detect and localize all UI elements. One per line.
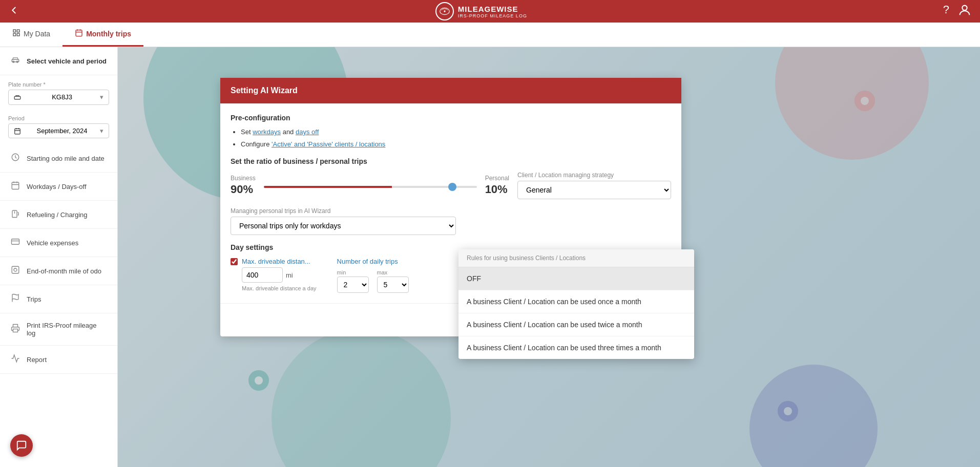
app-title: MILEAGEWISE bbox=[458, 5, 527, 13]
sidebar-item-print-log[interactable]: Print IRS-Proof mileage log bbox=[0, 313, 117, 346]
app-subtitle: IRS-PROOF MILEAGE LOG bbox=[458, 13, 527, 18]
business-value: 90% bbox=[231, 183, 256, 196]
refueling-label: Refueling / Charging bbox=[27, 211, 88, 219]
svg-rect-12 bbox=[15, 129, 20, 134]
user-icon[interactable] bbox=[957, 3, 972, 20]
trips-label: Trips bbox=[27, 295, 41, 303]
back-button[interactable] bbox=[8, 5, 19, 18]
trips-min-select[interactable]: 213 bbox=[337, 277, 369, 293]
daily-trips-wrap: Number of daily trips min 213 max 5346 bbox=[337, 258, 409, 293]
monthly-trips-icon bbox=[75, 29, 83, 39]
tab-monthly-trips-label: Monthly trips bbox=[86, 30, 131, 38]
trips-min-wrap: min 213 bbox=[337, 269, 369, 293]
header-actions: ? bbox=[943, 3, 972, 20]
sidebar-item-workdays[interactable]: Workdays / Days-off bbox=[0, 173, 117, 201]
starting-odo-label: Starting odo mile and date bbox=[27, 155, 105, 162]
help-icon[interactable]: ? bbox=[943, 3, 949, 20]
personal-label: Personal bbox=[485, 175, 509, 182]
logo-icon bbox=[435, 2, 454, 20]
svg-point-2 bbox=[962, 5, 967, 10]
period-chevron-icon: ▾ bbox=[100, 127, 103, 135]
sidebar-item-select-vehicle[interactable]: Select vehicle and period bbox=[0, 47, 117, 75]
client-strategy-select[interactable]: General bbox=[517, 181, 671, 199]
plate-select[interactable]: KG8J3 ▾ bbox=[8, 90, 109, 105]
chat-button[interactable] bbox=[10, 434, 33, 457]
business-ratio-wrap: Business 90% bbox=[231, 175, 256, 196]
dropdown-popup: Rules for using business Clients / Locat… bbox=[458, 249, 694, 359]
select-vehicle-label: Select vehicle and period bbox=[27, 57, 107, 65]
daysoff-link[interactable]: days off bbox=[296, 128, 319, 136]
sidebar-item-end-of-month[interactable]: End-of-month mile of odo bbox=[0, 257, 117, 285]
tab-monthly-trips[interactable]: Monthly trips bbox=[62, 23, 143, 47]
app-header: MILEAGEWISE IRS-PROOF MILEAGE LOG ? bbox=[0, 0, 980, 23]
ratio-slider-wrap bbox=[264, 181, 477, 190]
period-value: September, 2024 bbox=[36, 127, 87, 135]
max-dist-label[interactable]: Max. driveable distan... bbox=[242, 258, 310, 265]
svg-rect-3 bbox=[13, 30, 16, 32]
trips-max-wrap: max 5346 bbox=[377, 269, 409, 293]
ratio-row: Business 90% Personal 10% Client / Locat… bbox=[231, 172, 671, 199]
svg-point-1 bbox=[444, 10, 445, 12]
personal-ratio-wrap: Personal 10% bbox=[485, 175, 509, 196]
tab-my-data[interactable]: My Data bbox=[0, 23, 62, 47]
ratio-title: Set the ratio of business / personal tri… bbox=[231, 157, 671, 165]
print-icon bbox=[10, 324, 20, 335]
max-dist-checkbox[interactable] bbox=[231, 258, 238, 265]
plate-icon bbox=[14, 93, 24, 101]
dropdown-option-three[interactable]: A business Client / Location can be used… bbox=[458, 336, 694, 359]
wizard-title: Setting AI Wizard bbox=[231, 86, 298, 95]
trips-max-select[interactable]: 5346 bbox=[377, 277, 409, 293]
svg-rect-16 bbox=[12, 266, 19, 273]
svg-rect-14 bbox=[12, 182, 19, 189]
plate-label: Plate number * bbox=[8, 81, 109, 88]
dist-note: Max. driveable distance a day bbox=[242, 285, 317, 292]
sidebar-item-vehicle-expenses[interactable]: Vehicle expenses bbox=[0, 229, 117, 257]
dropdown-option-once[interactable]: A business Client / Location can be used… bbox=[458, 290, 694, 313]
sidebar-item-trips[interactable]: Trips bbox=[0, 285, 117, 313]
end-odo-icon bbox=[10, 265, 20, 277]
period-select[interactable]: September, 2024 ▾ bbox=[8, 123, 109, 139]
main-content: Setting AI Wizard Pre-configuration Set … bbox=[118, 47, 980, 467]
svg-rect-5 bbox=[13, 33, 16, 36]
preconfig-item-2: Configure 'Active' and 'Passive' clients… bbox=[241, 139, 671, 150]
daily-trips-row: min 213 max 5346 bbox=[337, 269, 409, 293]
dropdown-option-twice[interactable]: A business Client / Location can be used… bbox=[458, 313, 694, 336]
plate-chevron-icon: ▾ bbox=[100, 93, 103, 101]
header-logo: MILEAGEWISE IRS-PROOF MILEAGE LOG bbox=[435, 2, 527, 20]
svg-rect-6 bbox=[17, 33, 19, 36]
plate-section: Plate number * KG8J3 ▾ bbox=[0, 75, 117, 111]
business-label: Business bbox=[231, 175, 256, 182]
sidebar-item-report[interactable]: Report bbox=[0, 346, 117, 374]
svg-rect-15 bbox=[12, 239, 19, 245]
svg-rect-7 bbox=[76, 30, 82, 36]
dist-input-row: mi bbox=[242, 267, 317, 283]
preconfig-title: Pre-configuration bbox=[231, 114, 671, 122]
svg-rect-4 bbox=[17, 30, 19, 32]
refueling-icon bbox=[10, 209, 20, 220]
expenses-icon bbox=[10, 237, 20, 248]
managing-select[interactable]: Personal trips only for workdays bbox=[231, 217, 456, 235]
svg-rect-11 bbox=[14, 96, 20, 99]
car-icon bbox=[10, 55, 20, 67]
period-label: Period bbox=[8, 115, 109, 121]
active-passive-link[interactable]: 'Active' and 'Passive' clients / locatio… bbox=[272, 140, 385, 148]
dropdown-option-off[interactable]: OFF bbox=[458, 267, 694, 290]
sidebar-item-starting-odo[interactable]: Starting odo mile and date bbox=[0, 144, 117, 173]
calendar-icon bbox=[14, 127, 24, 135]
dropdown-popup-header: Rules for using business Clients / Locat… bbox=[458, 249, 694, 267]
dist-input[interactable] bbox=[242, 267, 283, 283]
print-log-label: Print IRS-Proof mileage log bbox=[27, 322, 107, 337]
workdays-link[interactable]: workdays bbox=[253, 128, 281, 136]
max-dist-wrap: Max. driveable distan... mi Max. driveab… bbox=[231, 258, 317, 292]
trips-max-label: max bbox=[377, 269, 409, 275]
vehicle-expenses-label: Vehicle expenses bbox=[27, 239, 78, 247]
client-strategy-label: Client / Location managing strategy bbox=[517, 172, 671, 179]
svg-rect-19 bbox=[13, 329, 17, 332]
ratio-slider[interactable] bbox=[264, 186, 477, 188]
sidebar-item-refueling[interactable]: Refueling / Charging bbox=[0, 201, 117, 229]
my-data-icon bbox=[12, 29, 20, 39]
personal-value: 10% bbox=[485, 183, 509, 196]
plate-value: KG8J3 bbox=[52, 93, 72, 101]
preconfig-list: Set workdays and days off Configure 'Act… bbox=[231, 127, 671, 149]
sidebar: Select vehicle and period Plate number *… bbox=[0, 47, 118, 467]
